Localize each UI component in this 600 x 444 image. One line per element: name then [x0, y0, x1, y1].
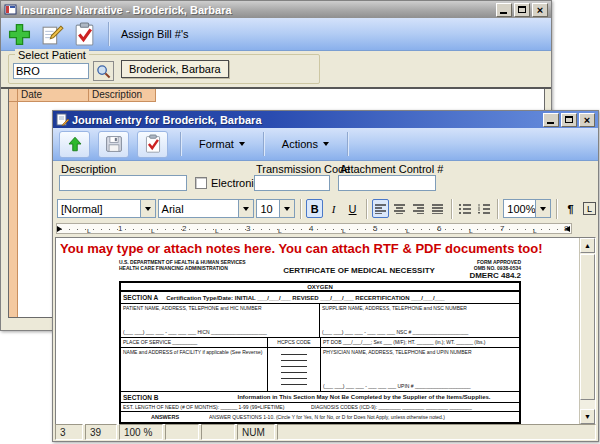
save-button[interactable] [98, 131, 129, 158]
scroll-up-button[interactable]: ▲ [580, 238, 595, 253]
numbered-list-button[interactable] [475, 199, 492, 218]
close-icon: × [537, 5, 543, 15]
font-size-value: 10 [257, 203, 279, 215]
insurance-titlebar[interactable]: Insurance Narrative - Broderick, Barbara… [1, 1, 551, 18]
patient-search-button[interactable] [93, 61, 114, 81]
bold-button[interactable]: B [306, 199, 323, 218]
bullet-list-button[interactable] [457, 199, 474, 218]
insurance-close-button[interactable]: × [532, 3, 548, 17]
patient-search-input[interactable] [13, 63, 89, 79]
ruler-strip[interactable]: 1 2 3 4 5 6 7 8 L L L L L L L L [56, 223, 572, 234]
zoom-value: 100% [504, 203, 535, 215]
indent-marker-left[interactable] [57, 226, 62, 232]
scroll-down-button[interactable]: ▼ [580, 409, 595, 424]
zoom-combo[interactable]: 100% [503, 199, 551, 218]
supplier-phone-line: (___ ___) ___ ___ - ___ ___ ___ NSC # __… [322, 329, 517, 336]
page-layout-button[interactable]: L [581, 199, 598, 218]
cmn-form: U.S. DEPARTMENT OF HEALTH & HUMAN SERVIC… [119, 259, 521, 424]
status-line-number: 3 [55, 424, 83, 440]
combo-dropdown-button[interactable] [535, 200, 550, 217]
assign-bill-button[interactable]: Assign Bill #'s [121, 28, 189, 40]
chevron-down-icon [323, 142, 329, 146]
electronic-checkbox[interactable] [195, 177, 207, 189]
certification-line: Certification Type/Date: INITIAL ___/___… [166, 295, 444, 301]
journal-window-title: Journal entry for Broderick, Barbara [72, 114, 262, 126]
ruler-number: 3 [246, 224, 250, 233]
font-name-combo[interactable]: Arial [158, 199, 255, 218]
hcpcs-write-in-lines [268, 348, 321, 391]
align-center-button[interactable] [391, 199, 408, 218]
underline-button[interactable]: U [344, 199, 361, 218]
form-code: DMERC 484.2 [449, 271, 521, 280]
minimize-icon [547, 122, 554, 124]
est-length-line: EST. LENGTH OF NEED (# OF MONTHS): _____… [121, 404, 311, 411]
clipboard-check-icon [144, 134, 162, 154]
editor-document-area[interactable]: You may type or attach notes here. You c… [55, 237, 596, 425]
combo-dropdown-button[interactable] [279, 200, 294, 217]
arrow-up-icon [66, 135, 84, 153]
align-justify-button[interactable] [429, 199, 446, 218]
journal-close-button[interactable]: × [579, 113, 595, 127]
format-separator [556, 199, 557, 219]
format-menu-button[interactable]: Format [193, 132, 251, 156]
journal-toolbar: Format Actions [53, 128, 598, 161]
search-icon [96, 64, 111, 79]
numbered-list-icon [478, 204, 490, 214]
ruler-number: 2 [182, 224, 186, 233]
combo-dropdown-button[interactable] [238, 200, 253, 217]
close-icon: × [584, 115, 590, 125]
select-patient-panel: Select Patient Broderick, Barbara [1, 51, 551, 87]
facility-label: NAME and ADDRESS of FACILITY if applicab… [121, 348, 268, 391]
import-button[interactable] [59, 131, 90, 158]
align-left-button[interactable] [372, 199, 389, 218]
grid-indicator-header [9, 89, 18, 102]
description-input[interactable] [59, 175, 187, 191]
paragraph-style-value: [Normal] [58, 203, 140, 215]
vertical-scrollbar[interactable]: ▲ ▼ [579, 238, 595, 424]
font-size-combo[interactable]: 10 [256, 199, 295, 218]
attachment-control-label: Attachment Control # [340, 163, 443, 175]
chevron-down-icon [145, 207, 151, 211]
combo-dropdown-button[interactable] [140, 200, 155, 217]
format-separator [451, 199, 452, 219]
journal-minimize-button[interactable] [543, 113, 559, 127]
attachment-control-input[interactable] [338, 175, 436, 191]
paragraph-style-combo[interactable]: [Normal] [57, 199, 156, 218]
new-record-button[interactable] [7, 22, 32, 47]
journal-titlebar[interactable]: Journal entry for Broderick, Barbara × [53, 111, 598, 128]
align-justify-icon [432, 204, 443, 214]
toolbar-separator [263, 132, 264, 156]
grid-column-description[interactable]: Description [89, 89, 156, 102]
grid-column-date[interactable]: Date [18, 89, 89, 102]
italic-button[interactable]: I [325, 199, 342, 218]
actions-menu-button[interactable]: Actions [276, 132, 335, 156]
status-numlock: NUM [237, 424, 275, 440]
select-patient-groupbox: Select Patient Broderick, Barbara [8, 54, 320, 84]
status-cell [165, 424, 199, 440]
maximize-icon [565, 116, 573, 123]
status-message [277, 424, 596, 440]
transmission-code-input[interactable] [254, 175, 330, 191]
status-cell [201, 424, 235, 440]
insurance-minimize-button[interactable] [496, 3, 512, 17]
ruler-number: 7 [500, 224, 504, 233]
form-title: CERTIFICATE OF MEDICAL NECESSITY [269, 266, 449, 275]
chevron-down-icon [540, 207, 546, 211]
scrollbar-thumb[interactable] [580, 254, 595, 400]
description-label: Description [61, 163, 116, 175]
verify-button[interactable] [73, 22, 96, 47]
journal-maximize-button[interactable] [561, 113, 577, 127]
align-left-icon [375, 204, 386, 214]
agency-line2: HEALTH CARE FINANCING ADMINISTRATION [119, 265, 269, 271]
insurance-maximize-button[interactable] [514, 3, 530, 17]
answers-label: ANSWERS [121, 414, 209, 420]
edit-record-button[interactable] [40, 22, 65, 47]
indent-marker-right[interactable] [565, 226, 570, 232]
transmission-code-label: Transmission Code [256, 163, 350, 175]
section-a-label: SECTION A [123, 294, 158, 301]
scroll-down-icon: ▼ [584, 413, 591, 420]
paragraph-marks-button[interactable]: ¶ [562, 199, 579, 218]
format-separator [366, 199, 367, 219]
align-right-button[interactable] [410, 199, 427, 218]
spellcheck-button[interactable] [137, 131, 168, 158]
